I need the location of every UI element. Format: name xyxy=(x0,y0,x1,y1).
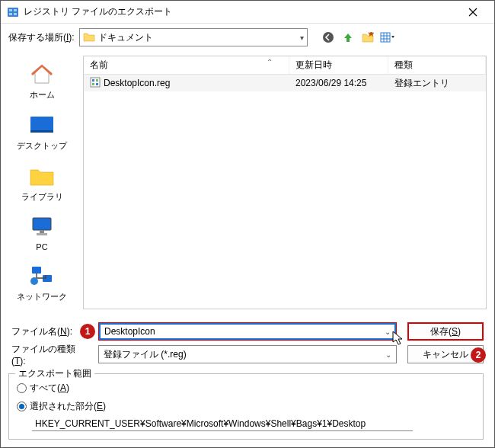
filetype-value: 登録ファイル (*.reg) xyxy=(104,348,187,361)
annotation-badge-1: 1 xyxy=(80,324,95,339)
svg-rect-24 xyxy=(91,78,100,87)
location-value: ドキュメント xyxy=(98,31,153,44)
registry-app-icon xyxy=(7,6,19,18)
form-area: ファイル名(N): 1 ⌄ 保存(S) ファイルの種類(T): 登録ファイル (… xyxy=(1,314,494,369)
titlebar: レジストリ ファイルのエクスポート xyxy=(1,1,494,24)
svg-rect-15 xyxy=(30,117,53,132)
svg-text:★: ★ xyxy=(366,32,374,39)
view-menu-button[interactable] xyxy=(379,29,396,46)
close-button[interactable] xyxy=(458,2,488,23)
selected-branch-path[interactable]: HKEY_CURRENT_USER¥Software¥Microsoft¥Win… xyxy=(32,417,413,431)
libraries-icon xyxy=(28,162,56,190)
save-button[interactable]: 保存(S) xyxy=(407,322,484,341)
export-registry-dialog: レジストリ ファイルのエクスポート 保存する場所(I): ドキュメント ▾ ★ xyxy=(0,0,495,448)
svg-rect-28 xyxy=(96,83,98,85)
svg-rect-16 xyxy=(30,130,53,133)
cancel-button[interactable]: キャンセル 2 xyxy=(407,345,484,363)
svg-rect-4 xyxy=(14,13,17,15)
filename-combobox[interactable]: ⌄ xyxy=(98,322,397,341)
svg-rect-17 xyxy=(33,218,51,230)
chevron-down-icon[interactable]: ⌄ xyxy=(385,328,391,336)
export-range-group: エクスポート範囲 すべて(A) 選択された部分(E) HKEY_CURRENT_… xyxy=(8,373,484,440)
svg-rect-3 xyxy=(9,13,12,15)
svg-rect-20 xyxy=(37,233,47,235)
reg-file-icon xyxy=(90,77,101,90)
svg-point-7 xyxy=(323,32,334,43)
file-row[interactable]: DesktopIcon.reg 2023/06/29 14:25 登録エントリ xyxy=(84,75,486,91)
svg-rect-1 xyxy=(9,9,12,11)
radio-selected[interactable]: 選択された部分(E) xyxy=(17,398,475,414)
places-bar: ホーム デスクトップ ライブラリ PC xyxy=(1,51,83,314)
file-list[interactable]: 名前 ⌃ 更新日時 種類 DesktopIcon.reg 2023/06/29 … xyxy=(83,56,487,309)
new-folder-button[interactable]: ★ xyxy=(359,29,376,46)
main-area: ホーム デスクトップ ライブラリ PC xyxy=(1,51,494,314)
svg-rect-21 xyxy=(32,267,41,274)
radio-all[interactable]: すべて(A) xyxy=(17,380,475,395)
location-combobox[interactable]: ドキュメント ▾ xyxy=(79,28,308,46)
view-grid-icon xyxy=(380,31,395,43)
location-toolbar: 保存する場所(I): ドキュメント ▾ ★ xyxy=(1,24,494,51)
close-icon xyxy=(468,8,477,17)
location-label: 保存する場所(I): xyxy=(8,31,75,44)
column-type[interactable]: 種類 xyxy=(388,56,486,74)
svg-rect-26 xyxy=(96,79,98,82)
svg-rect-25 xyxy=(92,79,94,82)
svg-rect-19 xyxy=(40,230,44,233)
sort-indicator-icon: ⌃ xyxy=(267,58,273,66)
file-list-body: DesktopIcon.reg 2023/06/29 14:25 登録エントリ xyxy=(84,75,486,309)
network-icon xyxy=(28,262,56,290)
column-date[interactable]: 更新日時 xyxy=(289,56,388,74)
new-folder-icon: ★ xyxy=(362,32,374,43)
filename-label: ファイル名(N): xyxy=(11,325,83,338)
filename-input[interactable] xyxy=(104,326,385,337)
place-libraries[interactable]: ライブラリ xyxy=(11,159,72,206)
place-home[interactable]: ホーム xyxy=(11,57,72,104)
back-button[interactable] xyxy=(320,29,337,46)
window-title: レジストリ ファイルのエクスポート xyxy=(24,5,458,18)
radio-icon xyxy=(17,383,27,393)
folder-icon xyxy=(83,31,95,44)
column-name[interactable]: 名前 xyxy=(84,56,289,74)
file-name: DesktopIcon.reg xyxy=(104,78,170,88)
up-button[interactable] xyxy=(340,29,356,46)
file-list-header[interactable]: 名前 ⌃ 更新日時 種類 xyxy=(84,56,486,75)
place-network[interactable]: ネットワーク xyxy=(11,259,72,306)
svg-rect-2 xyxy=(14,9,17,11)
pc-icon xyxy=(28,213,56,241)
svg-rect-10 xyxy=(381,33,390,42)
desktop-icon xyxy=(28,111,56,139)
up-arrow-icon xyxy=(342,31,354,43)
radio-icon xyxy=(17,402,27,411)
svg-rect-27 xyxy=(92,83,94,85)
chevron-down-icon: ▾ xyxy=(300,34,304,42)
filetype-combobox[interactable]: 登録ファイル (*.reg) ⌄ xyxy=(98,345,397,363)
home-icon xyxy=(28,60,56,88)
place-pc[interactable]: PC xyxy=(11,210,72,254)
filetype-label: ファイルの種類(T): xyxy=(11,343,83,366)
place-desktop[interactable]: デスクトップ xyxy=(11,108,72,155)
file-type: 登録エントリ xyxy=(388,77,486,90)
svg-rect-0 xyxy=(8,8,18,17)
annotation-badge-2: 2 xyxy=(471,347,486,363)
svg-point-23 xyxy=(30,277,38,285)
chevron-down-icon[interactable]: ⌄ xyxy=(385,350,391,359)
file-date: 2023/06/29 14:25 xyxy=(289,78,388,88)
export-range-legend: エクスポート範囲 xyxy=(15,367,94,380)
back-arrow-icon xyxy=(322,31,334,43)
